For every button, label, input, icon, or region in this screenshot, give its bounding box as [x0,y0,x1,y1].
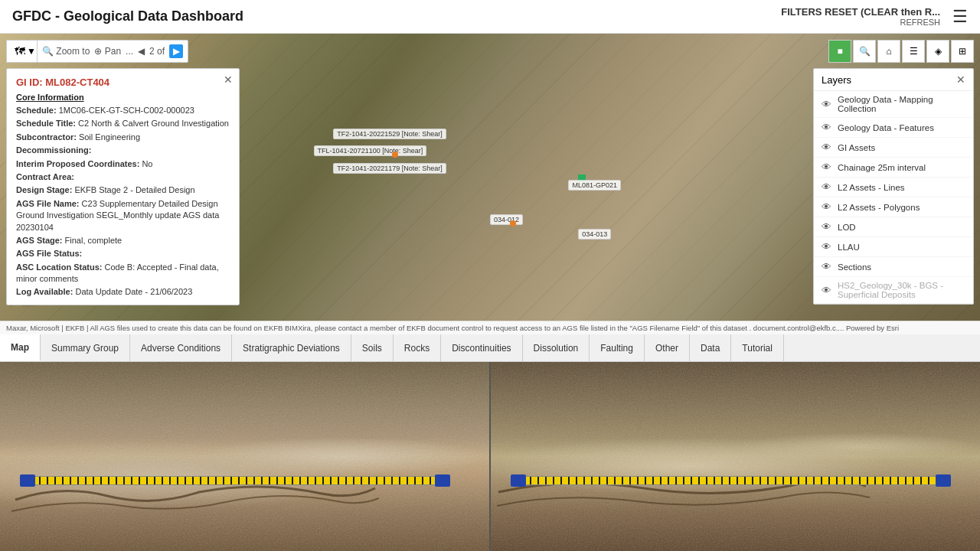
menu-icon[interactable]: ☰ [952,7,968,27]
eye-icon-5: 👁 [822,201,831,213]
layer-item-2[interactable]: 👁GI Assets [814,138,973,158]
schedule-title-row: Schedule Title: C2 North & Calvert Groun… [16,118,230,129]
contract-area-row: Contract Area: [16,171,230,183]
zoom-in-btn[interactable]: 🔍 [853,40,876,63]
eye-icon-1: 👁 [822,122,831,133]
map-pin-5[interactable]: 034-012 [490,214,523,225]
map-background[interactable]: 🗺 ▼ 🔍 Zoom to ⊕ Pan ... ◀ 2 of ▶ ■ 🔍 ⌂ ☰… [0,34,980,321]
header: GFDC - Geological Data Dashboard FILTERS… [0,0,980,34]
zoom-to-btn[interactable]: 🔍 Zoom to [42,46,90,57]
map-icon: 🗺 [15,45,25,57]
core-info-title: Core Information [16,93,230,102]
layer-item-4[interactable]: 👁L2 Assets - Lines [814,178,973,197]
dropdown-arrow: ▼ [27,46,36,57]
subcontractor-row: Subcontractor: Soil Engineering [16,132,230,143]
map-pin-6[interactable]: 034-013 [578,229,611,240]
rock-image-left [0,362,489,551]
more-btn[interactable]: ... [126,46,133,57]
layers-btn[interactable]: ⊞ [951,40,974,63]
eye-icon-3: 👁 [822,161,831,173]
tab-data[interactable]: Data [690,334,731,361]
ags-file-row: AGS File Name: C23 Supplementary Detaile… [16,198,230,233]
eye-icon-9: 👁 [822,285,831,296]
attribution-bar: Maxar, Microsoft | EKFB | All AGS files … [0,321,980,334]
image-panel-right [489,362,980,551]
tape-end-left-left [20,474,35,487]
layer-item-7[interactable]: 👁LLAU [814,237,973,257]
layer-item-5[interactable]: 👁L2 Assets - Polygons [814,197,973,217]
tape-measure-left [24,476,450,485]
home-btn[interactable]: ⌂ [877,40,900,63]
map-pin-1[interactable]: TF2-1041-20221529 [Note: Shear] [333,129,446,139]
layers-close-btn[interactable]: ✕ [956,73,965,86]
layers-header: Layers ✕ [814,69,973,91]
tab-dissolution[interactable]: Dissolution [523,334,590,361]
layer-item-9[interactable]: 👁HS2_Geology_30k - BGS - Superficial Dep… [814,277,973,304]
nav-count: 2 of [149,46,165,57]
eye-icon-4: 👁 [822,181,831,193]
tape-measure-right [515,476,941,485]
gi-id: GI ID: ML082-CT404 [16,77,230,88]
green-indicator: ■ [828,40,851,63]
layer-item-1[interactable]: 👁Geology Data - Features [814,118,973,138]
interim-row: Interim Proposed Coordinates: No [16,158,230,170]
list-view-btn[interactable]: ☰ [902,40,925,63]
tab-discontinuities[interactable]: Discontinuities [441,334,522,361]
next-btn[interactable]: ▶ [169,44,183,58]
map-container: 🗺 ▼ 🔍 Zoom to ⊕ Pan ... ◀ 2 of ▶ ■ 🔍 ⌂ ☰… [0,34,980,321]
map-dot-2 [510,220,516,227]
refresh-text[interactable]: REFRESH [781,18,940,27]
log-available-row: Log Available: Data Update Date - 21/06/… [16,286,230,298]
ags-file-status-row: AGS File Status: [16,248,230,259]
prev-btn[interactable]: ◀ [138,46,145,57]
rock-image-right [491,362,980,551]
design-stage-row: Design Stage: EKFB Stage 2 - Detailed De… [16,184,230,196]
layer-item-3[interactable]: 👁Chainage 25m interval [814,158,973,178]
decommissioning-row: Decommissioning: [16,145,230,156]
tape-end-right-left [435,474,450,487]
tabs-bar: Map Summary Group Adverse Conditions Str… [0,334,980,362]
nav-popup: 🔍 Zoom to ⊕ Pan ... ◀ 2 of ▶ [37,40,188,63]
map-pin-4[interactable]: ML081-GP021 [568,180,621,191]
asc-status-row: ASC Location Status: Code B: Accepted - … [16,262,230,285]
images-row [0,362,980,551]
tab-tutorial[interactable]: Tutorial [731,334,784,361]
schedule-row: Schedule: 1MC06-CEK-GT-SCH-C002-000023 [16,105,230,116]
map-dot-orange [392,152,398,158]
app-title: GFDC - Geological Data Dashboard [12,8,243,24]
tab-summary-group[interactable]: Summary Group [41,334,130,361]
layer-item-0[interactable]: 👁Geology Data - Mapping Collection [814,91,973,118]
map-toolbar-right: ■ 🔍 ⌂ ☰ ◈ ⊞ [828,40,974,63]
basemap-btn[interactable]: ◈ [926,40,949,63]
layer-item-8[interactable]: 👁Sections [814,257,973,277]
map-pin-3[interactable]: TF2-1041-20221179 [Note: Shear] [333,163,446,174]
info-card-close-btn[interactable]: ✕ [224,73,233,86]
eye-icon-7: 👁 [822,241,831,253]
attribution-text: Maxar, Microsoft | EKFB | All AGS files … [6,324,899,332]
filters-reset-block: FILTERS RESET (CLEAR then R... REFRESH [781,6,940,27]
ags-stage-row: AGS Stage: Final, complete [16,235,230,246]
tab-rocks[interactable]: Rocks [394,334,441,361]
image-panel-left [0,362,489,551]
tab-map[interactable]: Map [0,334,41,361]
tape-end-right-right [936,474,951,487]
filters-reset-text[interactable]: FILTERS RESET (CLEAR then R... [781,6,940,18]
layers-panel: Layers ✕ 👁Geology Data - Mapping Collect… [813,68,974,305]
tape-end-left-right [511,474,526,487]
eye-icon-6: 👁 [822,221,831,233]
layers-title: Layers [822,74,851,86]
header-right: FILTERS RESET (CLEAR then R... REFRESH ☰ [781,6,968,27]
tab-soils[interactable]: Soils [351,334,394,361]
eye-icon-0: 👁 [822,99,831,110]
eye-icon-8: 👁 [822,261,831,272]
tab-faulting[interactable]: Faulting [590,334,645,361]
eye-icon-2: 👁 [822,142,831,153]
tab-other[interactable]: Other [645,334,690,361]
info-card: ✕ GI ID: ML082-CT404 Core Information Sc… [6,68,240,305]
tab-adverse-conditions[interactable]: Adverse Conditions [130,334,232,361]
pan-btn[interactable]: ⊕ Pan [94,46,121,57]
tab-stratigraphic-deviations[interactable]: Stratigraphic Deviations [232,334,351,361]
layer-item-6[interactable]: 👁LOD [814,217,973,237]
map-pin-2[interactable]: TFL-1041-20721100 [Note: Shear] [314,145,427,156]
